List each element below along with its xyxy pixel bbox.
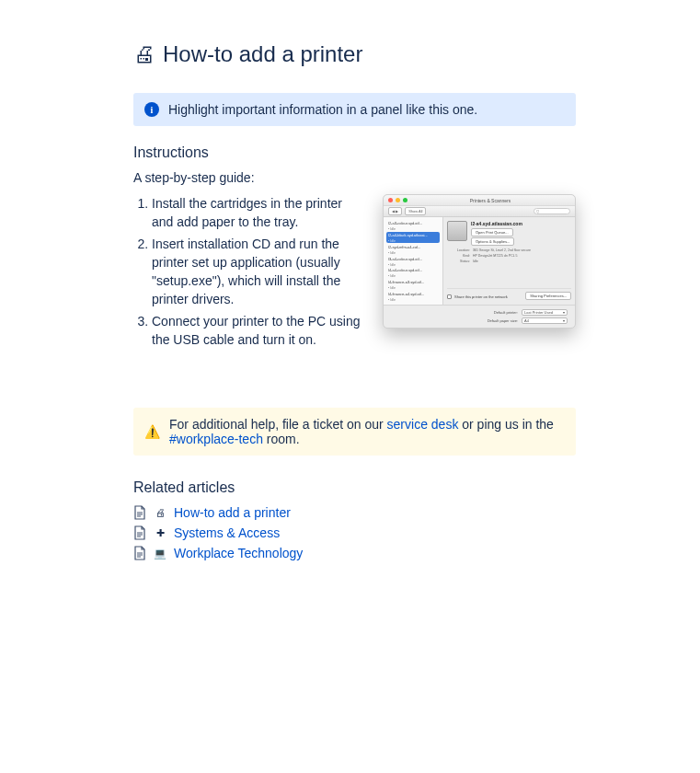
warning-panel-text: For additional help, file a ticket on ou… (169, 417, 565, 446)
share-row: Share this printer on the network Sharin… (447, 288, 571, 301)
window-footer: Default printer:Last Printer Used▾ Defau… (384, 305, 575, 328)
printer-list-item: l4-finance-a3.syd.atl...• Idle (386, 279, 440, 290)
printer-icon: 🖨 (133, 41, 155, 67)
default-printer-select: Last Printer Used▾ (522, 309, 568, 316)
printer-list-item: l2-syd-mfm-a4-col...• Idle (386, 244, 440, 255)
printers-scanners-screenshot: Printers & Scanners ◀ ▶ Show All Q l2-a3… (383, 194, 576, 329)
instructions-section: Instructions A step-by-step guide: Insta… (133, 144, 576, 352)
nav-back-forward: ◀ ▶ (388, 207, 402, 215)
article-emoji-icon: 🖨 (154, 507, 166, 518)
window-title: Printers & Scanners (410, 198, 570, 203)
share-checkbox-icon (447, 294, 452, 299)
close-dot-icon (388, 198, 393, 202)
paper-size-select: A4▾ (522, 317, 568, 324)
info-icon: i (144, 102, 159, 117)
location-row: Location:361 George St, Level 2, 2nd flo… (447, 248, 571, 252)
share-label: Share this printer on the network (454, 294, 508, 299)
article-emoji-icon: 💻 (154, 548, 166, 560)
related-article-link[interactable]: Workplace Technology (174, 546, 303, 560)
window-body: l2-a3-colour.syd.atl...• Idlel2-a4-black… (384, 217, 575, 305)
printer-list-item: l4-finance-a4.syd.atl...• Idle (386, 291, 440, 302)
options-supplies-button: Options & Supplies... (471, 237, 514, 246)
page-icon (133, 546, 146, 560)
related-article-link[interactable]: How-to add a printer (174, 505, 291, 520)
workplace-tech-link[interactable]: #workplace-tech (169, 432, 263, 446)
steps-list: Install the cartridges in the printer an… (133, 194, 364, 349)
related-heading: Related articles (133, 479, 576, 496)
warning-icon: ⚠️ (144, 424, 160, 439)
status-row: Status:Idle (447, 260, 571, 263)
service-desk-link[interactable]: service desk (387, 417, 459, 432)
related-list: 🖨How-to add a printer✚Systems & Access💻W… (133, 505, 576, 560)
show-all-button: Show All (405, 207, 426, 215)
printer-name: l2-a4.syd.atlassian.com (471, 221, 571, 226)
printer-list: l2-a3-colour.syd.atl...• Idlel2-a4-black… (384, 217, 443, 305)
related-article-row: 🖨How-to add a printer (133, 505, 576, 520)
open-queue-button: Open Print Queue... (471, 228, 513, 237)
window-toolbar: ◀ ▶ Show All Q (384, 206, 575, 217)
related-articles-section: Related articles 🖨How-to add a printer✚S… (133, 479, 576, 560)
printer-list-item: l4-a4-colour.syd.atl...• Idle (386, 267, 440, 278)
instruction-step: Insert installation CD and run the print… (152, 235, 364, 308)
printer-image-icon (447, 221, 467, 241)
info-panel: i Highlight important information in a p… (133, 93, 576, 126)
instructions-text-col: Install the cartridges in the printer an… (133, 194, 364, 352)
paper-size-label: Default paper size: (488, 318, 518, 323)
search-field: Q (534, 208, 570, 214)
instruction-step: Install the cartridges in the printer an… (152, 194, 364, 231)
printer-list-item: l3-a4-colour.syd.atl...• Idle (386, 256, 440, 267)
default-printer-label: Default printer: (494, 310, 518, 315)
printer-list-item: l2-a3-colour.syd.atl...• Idle (386, 220, 440, 231)
page-title-text: How-to add a printer (163, 41, 362, 67)
info-panel-text: Highlight important information in a pan… (168, 102, 477, 117)
warn-mid: or ping us in the (458, 417, 554, 432)
instructions-heading: Instructions (133, 144, 576, 161)
page-icon (133, 525, 146, 540)
printer-detail: l2-a4.syd.atlassian.com Open Print Queue… (443, 217, 575, 305)
instructions-intro: A step-by-step guide: (133, 170, 576, 185)
page-icon (133, 505, 146, 520)
zoom-dot-icon (403, 198, 407, 202)
window-titlebar: Printers & Scanners (384, 195, 575, 206)
minimize-dot-icon (396, 198, 400, 202)
related-article-row: 💻Workplace Technology (133, 546, 576, 560)
article-emoji-icon: ✚ (154, 527, 166, 539)
sharing-prefs-button: Sharing Preferences... (525, 292, 571, 300)
warn-suffix: room. (263, 432, 300, 446)
warn-prefix: For additional help, file a ticket on ou… (169, 417, 387, 432)
printer-list-item: l2-a4-black.syd.atlassi...• Idle (386, 232, 440, 243)
kind-row: Kind:HP DesignJet M7225 dn PCL 5 (447, 254, 571, 258)
page-title: 🖨 How-to add a printer (133, 41, 576, 67)
related-article-row: ✚Systems & Access (133, 525, 576, 540)
instruction-step: Connect your printer to the PC using the… (152, 312, 364, 349)
instructions-columns: Install the cartridges in the printer an… (133, 194, 576, 352)
document-page: 🖨 How-to add a printer i Highlight impor… (0, 0, 700, 560)
related-article-link[interactable]: Systems & Access (174, 525, 280, 540)
warning-panel: ⚠️ For additional help, file a ticket on… (133, 408, 576, 456)
